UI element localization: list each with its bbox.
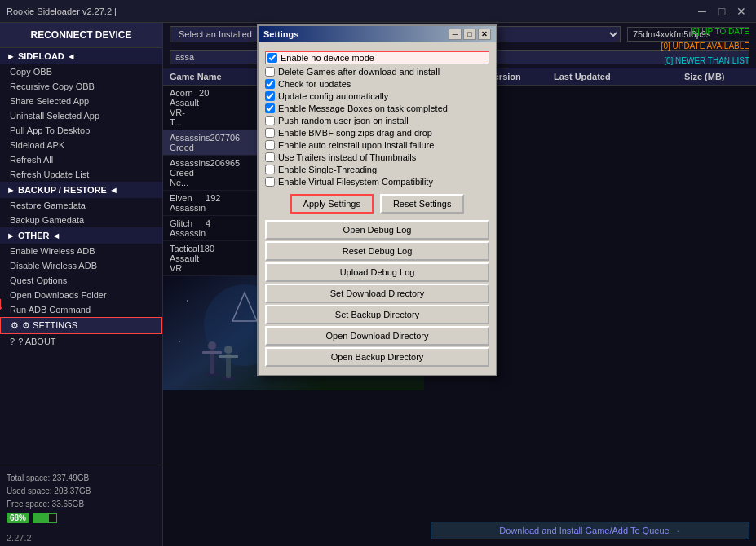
checkbox-update-config: Update config automatically [265,91,489,101]
checkbox-check-updates: Check for updates [265,79,489,89]
checkbox-random-json-label: Push random user json on install [278,116,409,125]
upload-debug-log-button[interactable]: Upload Debug Log [265,262,489,282]
checkbox-message-boxes-input[interactable] [265,103,275,113]
dialog-minimize-button[interactable]: ─ [449,29,462,40]
open-backup-directory-button[interactable]: Open Backup Directory [265,347,489,367]
checkbox-auto-reinstall-input[interactable] [265,140,275,150]
checkbox-no-device-mode: Enable no device mode [265,51,489,64]
dialog-body: Enable no device mode Delete Games after… [259,42,496,375]
dialog-maximize-button[interactable]: □ [463,29,476,40]
checkbox-vfs-input[interactable] [265,177,275,187]
checkbox-single-threading: Enable Single-Threading [265,165,489,174]
reset-settings-button[interactable]: Reset Settings [380,194,465,214]
checkbox-single-threading-input[interactable] [265,165,275,174]
reset-debug-log-button[interactable]: Reset Debug Log [265,241,489,261]
checkbox-vfs-label: Enable Virtual Filesystem Compatibility [278,177,433,187]
checkbox-single-threading-label: Enable Single-Threading [278,165,377,174]
dialog-titlebar: Settings ─ □ ✕ [259,26,496,42]
checkbox-no-device-mode-input[interactable] [267,53,277,63]
checkbox-trailers: Use Trailers instead of Thumbnails [265,152,489,162]
set-backup-directory-button[interactable]: Set Backup Directory [265,305,489,324]
checkbox-delete-games-input[interactable] [265,67,275,77]
checkbox-bmbf-drag-drop-label: Enable BMBF song zips drag and drop [278,128,432,138]
dialog-window-controls: ─ □ ✕ [449,29,491,40]
checkbox-no-device-mode-label: Enable no device mode [281,53,374,63]
checkbox-message-boxes: Enable Message Boxes on task completed [265,103,489,113]
checkbox-auto-reinstall: Enable auto reinstall upon install failu… [265,140,489,150]
dialog-title: Settings [263,29,298,39]
apply-settings-button[interactable]: Apply Settings [290,194,374,214]
checkbox-message-boxes-label: Enable Message Boxes on task completed [278,103,448,113]
set-download-directory-button[interactable]: Set Download Directory [265,284,489,303]
checkbox-delete-games-label: Delete Games after download and install [278,67,440,77]
dialog-main-buttons: Apply Settings Reset Settings [265,189,489,218]
checkbox-trailers-label: Use Trailers instead of Thumbnails [278,152,416,162]
checkbox-trailers-input[interactable] [265,152,275,162]
dialog-close-button[interactable]: ✕ [478,29,491,40]
checkbox-check-updates-label: Check for updates [278,79,351,89]
checkbox-update-config-label: Update config automatically [278,91,388,101]
checkbox-random-json-input[interactable] [265,116,275,125]
checkbox-vfs: Enable Virtual Filesystem Compatibility [265,177,489,187]
open-debug-log-button[interactable]: Open Debug Log [265,220,489,240]
checkbox-update-config-input[interactable] [265,91,275,101]
settings-dialog: Settings ─ □ ✕ Enable no device mode Del… [257,24,497,376]
checkbox-random-json: Push random user json on install [265,116,489,125]
open-download-directory-button[interactable]: Open Download Directory [265,326,489,346]
checkbox-check-updates-input[interactable] [265,79,275,89]
checkbox-auto-reinstall-label: Enable auto reinstall upon install failu… [278,140,434,150]
checkbox-bmbf-drag-drop: Enable BMBF song zips drag and drop [265,128,489,138]
settings-overlay: Settings ─ □ ✕ Enable no device mode Del… [0,0,756,546]
checkbox-bmbf-drag-drop-input[interactable] [265,128,275,138]
checkbox-delete-games: Delete Games after download and install [265,67,489,77]
